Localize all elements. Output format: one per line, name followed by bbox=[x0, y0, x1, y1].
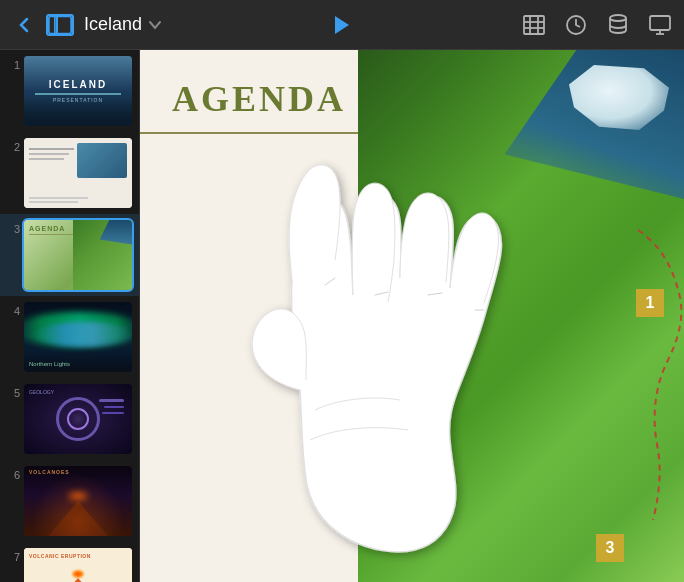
slide-item-3[interactable]: 3 AGENDA bbox=[0, 214, 139, 296]
svg-rect-3 bbox=[524, 16, 544, 34]
slide-number-2: 2 bbox=[4, 141, 20, 153]
slide-thumb-7[interactable]: VOLCANIC ERUPTION bbox=[24, 548, 132, 582]
slide-panel[interactable]: 1 ICELAND PRESENTATION 2 bbox=[0, 50, 140, 582]
slide-view-button[interactable] bbox=[46, 14, 74, 36]
slide-thumb-3[interactable]: AGENDA bbox=[24, 220, 132, 290]
slide-item-7[interactable]: 7 VOLCANIC ERUPTION bbox=[0, 542, 139, 582]
slide-number-4: 4 bbox=[4, 305, 20, 317]
monitor-button[interactable] bbox=[648, 13, 672, 37]
slide-thumb-6[interactable]: VOLCANOES bbox=[24, 466, 132, 536]
presentation-title-button[interactable]: Iceland bbox=[84, 14, 162, 35]
svg-point-9 bbox=[610, 15, 626, 21]
slide-thumb-1[interactable]: ICELAND PRESENTATION bbox=[24, 56, 132, 126]
slide-thumb-4[interactable]: Northern Lights bbox=[24, 302, 132, 372]
slide-item-4[interactable]: 4 Northern Lights bbox=[0, 296, 139, 378]
main-content: 1 ICELAND PRESENTATION 2 bbox=[0, 50, 684, 582]
slide-item-1[interactable]: 1 ICELAND PRESENTATION bbox=[0, 50, 139, 132]
back-button[interactable] bbox=[12, 13, 36, 37]
title-chevron-icon bbox=[148, 17, 162, 33]
svg-rect-0 bbox=[49, 16, 71, 33]
slide-thumb-2[interactable] bbox=[24, 138, 132, 208]
active-slide: AGENDA 1 3 bbox=[140, 50, 684, 582]
layers-button[interactable] bbox=[606, 13, 630, 37]
slide-main-area: AGENDA 1 3 bbox=[140, 50, 684, 582]
toolbar-right bbox=[522, 13, 672, 37]
svg-marker-2 bbox=[335, 16, 349, 34]
toolbar-left: Iceland bbox=[12, 13, 522, 37]
slide-item-6[interactable]: 6 VOLCANOES bbox=[0, 460, 139, 542]
map-badge-1: 1 bbox=[636, 289, 664, 317]
slide-item-5[interactable]: 5 GEOLOGY bbox=[0, 378, 139, 460]
slide-number-5: 5 bbox=[4, 387, 20, 399]
slide-number-7: 7 bbox=[4, 551, 20, 563]
play-button[interactable] bbox=[330, 13, 354, 37]
slide-number-1: 1 bbox=[4, 59, 20, 71]
svg-rect-10 bbox=[650, 16, 670, 30]
table-button[interactable] bbox=[522, 13, 546, 37]
slide-number-6: 6 bbox=[4, 469, 20, 481]
slide-item-2[interactable]: 2 bbox=[0, 132, 139, 214]
toolbar: Iceland bbox=[0, 0, 684, 50]
map-badge-3: 3 bbox=[596, 534, 624, 562]
map-area: 1 3 bbox=[358, 50, 684, 582]
slide-number-3: 3 bbox=[4, 223, 20, 235]
clock-button[interactable] bbox=[564, 13, 588, 37]
toolbar-center bbox=[330, 13, 354, 37]
presentation-title: Iceland bbox=[84, 14, 142, 35]
slide-thumb-5[interactable]: GEOLOGY bbox=[24, 384, 132, 454]
